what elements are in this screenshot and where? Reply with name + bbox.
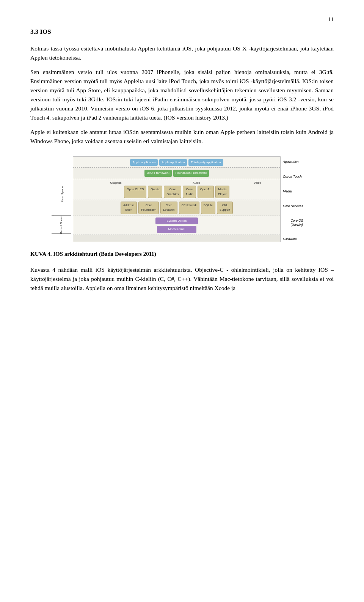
hardware-right-label: Hardware: [283, 237, 311, 242]
sqlite-box: SQLite: [201, 202, 215, 214]
section-name: IOS: [40, 28, 51, 35]
system-utilities-box: System Utilites: [155, 217, 198, 224]
hardware-layer: [73, 235, 280, 242]
opengl-box: Open GL ES: [124, 186, 146, 198]
cocoa-touch-right-label: Cocoa Touch: [283, 174, 311, 179]
section-title: 3.3 IOS: [30, 27, 334, 37]
mach-kernel-box: Mach Kernel: [157, 226, 197, 233]
quartz-box: Quartz: [148, 186, 162, 198]
openal-box: OpenAL: [198, 186, 214, 198]
address-book-box: AddressBook: [121, 202, 137, 214]
core-os-right-label: Core OS(Darwin): [283, 219, 311, 227]
paragraph-1: Kolmas tässä työssä esiteltävä mobiilial…: [30, 44, 334, 62]
cocoa-touch-layer: UIKit Framework Foundation Framework: [73, 168, 280, 179]
core-services-layer: AddressBook CoreFoundation CoreLocation …: [73, 200, 280, 216]
core-graphics-box: CoreGraphics: [164, 186, 181, 198]
application-right-label: Application: [283, 156, 311, 164]
paragraph-3: Apple ei kuitenkaan ole antanut lupaa iO…: [30, 128, 334, 146]
audio-label: Audio: [157, 181, 236, 185]
core-services-right-label: Core Services: [283, 204, 311, 209]
cfnetwork-box: CFNetwork: [179, 202, 199, 214]
media-layer: Graphics Audio Video Open GL ES Quartz C…: [73, 179, 280, 200]
paragraph-after-figure: Kuvasta 4 nähdään malli iOS käyttöjärjes…: [30, 265, 334, 293]
foundation-box: Foundation Framework: [173, 170, 209, 177]
xml-support-box: XMLSupport: [217, 202, 233, 214]
kernel-space-label: Kernel Space: [59, 216, 64, 234]
media-right-label: Media: [283, 189, 311, 194]
video-label: Video: [238, 181, 277, 185]
core-location-box: CoreLocation: [160, 202, 177, 214]
media-player-box: MediaPlayer: [215, 186, 229, 198]
uikit-box: UIKit Framework: [144, 170, 172, 177]
core-foundation-box: CoreFoundation: [138, 202, 159, 214]
core-os-layer: System Utilites Mach Kernel: [73, 216, 280, 235]
ios-architecture-diagram: User Space Kernel Space Apple applicatio…: [53, 156, 311, 242]
figure-caption: KUVA 4. IOS arkkitehtuuri (Bada Develope…: [30, 250, 334, 258]
apple-app-2-box: Apple application: [159, 159, 187, 166]
paragraph-2: Sen ensimmäinen versio tuli ulos vuonna …: [30, 68, 334, 122]
core-audio-box: CoreAudio: [183, 186, 196, 198]
graphics-label: Graphics: [76, 181, 155, 185]
section-number: 3.3: [30, 28, 40, 35]
third-party-app-box: Third-party application: [188, 159, 223, 166]
user-space-label: User Space: [60, 186, 65, 202]
page-number: 11: [30, 15, 334, 24]
apple-app-1-box: Apple application: [130, 159, 158, 166]
application-layer: Apple application Apple application Thir…: [73, 157, 280, 168]
